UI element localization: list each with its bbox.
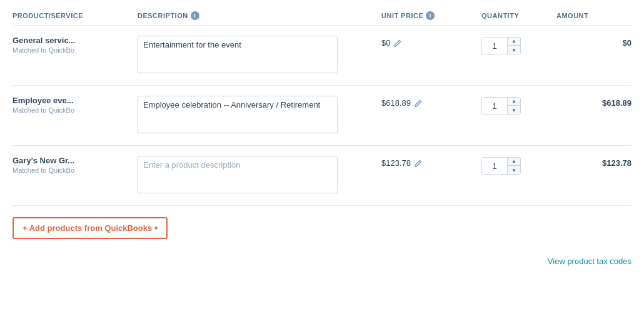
description-info-icon[interactable]: i (191, 11, 199, 20)
product-name-1: General servic... (13, 36, 138, 45)
quantity-up-2[interactable]: ▲ (508, 97, 520, 106)
product-cell-3: Gary's New Gr... Matched to QuickBo (13, 156, 138, 174)
header-unit-price: UNIT PRICE i (381, 11, 481, 20)
table-row: Employee eve... Matched to QuickBo Emplo… (13, 86, 631, 146)
product-table: PRODUCT/SERVICE DESCRIPTION i UNIT PRICE… (0, 0, 644, 250)
edit-unit-price-icon-3[interactable] (415, 160, 422, 169)
description-input-2[interactable]: Employee celebration -- Anniversary / Re… (138, 96, 338, 133)
dropdown-arrow-icon: ▾ (154, 225, 158, 232)
product-name-2: Employee eve... (13, 96, 138, 105)
quantity-input-1[interactable]: 1 (482, 37, 507, 54)
description-cell-3 (138, 156, 381, 195)
quantity-stepper-3[interactable]: 1 ▲ ▼ (481, 157, 521, 175)
amount-cell-3: $123.78 (556, 156, 631, 168)
unit-price-info-icon[interactable]: i (426, 11, 435, 20)
quantity-cell-1: 1 ▲ ▼ (481, 36, 556, 54)
quantity-down-3[interactable]: ▼ (508, 166, 520, 175)
quantity-spinners-2: ▲ ▼ (507, 97, 520, 115)
description-input-3[interactable] (138, 156, 338, 193)
table-header-row: PRODUCT/SERVICE DESCRIPTION i UNIT PRICE… (13, 6, 631, 26)
header-quantity: QUANTITY (481, 11, 556, 20)
product-name-3: Gary's New Gr... (13, 156, 138, 165)
quantity-input-2[interactable]: 1 (482, 97, 507, 115)
product-match-3: Matched to QuickBo (13, 166, 138, 174)
quantity-spinners-3: ▲ ▼ (507, 157, 520, 175)
unit-price-cell-1: $0 (381, 36, 481, 49)
unit-price-cell-2: $618.89 (381, 96, 481, 109)
unit-price-value-2: $618.89 (381, 98, 411, 108)
amount-cell-2: $618.89 (556, 96, 631, 108)
table-row: General servic... Matched to QuickBo Ent… (13, 26, 631, 86)
view-tax-codes-link[interactable]: View product tax codes (548, 257, 631, 266)
unit-price-value-3: $123.78 (381, 158, 411, 168)
quantity-down-2[interactable]: ▼ (508, 106, 520, 115)
quantity-up-1[interactable]: ▲ (508, 37, 520, 46)
product-match-2: Matched to QuickBo (13, 106, 138, 114)
quantity-up-3[interactable]: ▲ (508, 157, 520, 166)
product-cell-1: General servic... Matched to QuickBo (13, 36, 138, 54)
edit-unit-price-icon-2[interactable] (415, 99, 422, 109)
quantity-stepper-2[interactable]: 1 ▲ ▼ (481, 97, 521, 115)
add-products-button[interactable]: + Add products from QuickBooks ▾ (13, 217, 168, 239)
product-cell-2: Employee eve... Matched to QuickBo (13, 96, 138, 114)
product-match-1: Matched to QuickBo (13, 46, 138, 54)
quantity-input-3[interactable]: 1 (482, 157, 507, 175)
quantity-cell-2: 1 ▲ ▼ (481, 96, 556, 115)
quantity-cell-3: 1 ▲ ▼ (481, 156, 556, 175)
unit-price-cell-3: $123.78 (381, 156, 481, 169)
header-description: DESCRIPTION i (138, 11, 381, 20)
header-product: PRODUCT/SERVICE (13, 11, 138, 20)
description-cell-1: Entertainment for the event (138, 36, 381, 75)
header-amount: AMOUNT (556, 11, 631, 20)
quantity-down-1[interactable]: ▼ (508, 46, 520, 54)
quantity-spinners-1: ▲ ▼ (507, 37, 520, 54)
edit-unit-price-icon-1[interactable] (394, 39, 401, 49)
description-cell-2: Employee celebration -- Anniversary / Re… (138, 96, 381, 135)
add-products-label: + Add products from QuickBooks (23, 223, 152, 233)
table-row: Gary's New Gr... Matched to QuickBo $123… (13, 146, 631, 206)
description-input-1[interactable]: Entertainment for the event (138, 36, 338, 73)
unit-price-value-1: $0 (381, 38, 390, 48)
footer-section: View product tax codes (0, 250, 644, 272)
quantity-stepper-1[interactable]: 1 ▲ ▼ (481, 37, 521, 54)
add-products-section: + Add products from QuickBooks ▾ (13, 206, 631, 250)
amount-cell-1: $0 (556, 36, 631, 48)
